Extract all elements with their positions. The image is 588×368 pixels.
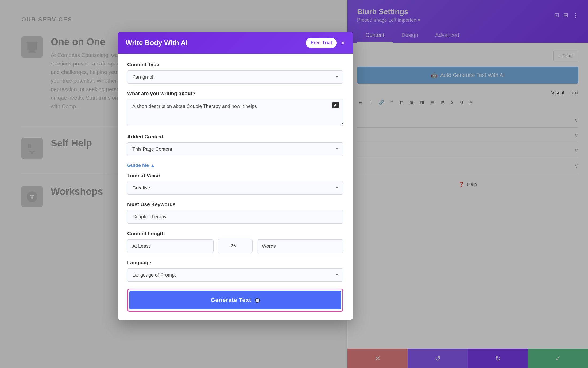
generate-text-label: Generate Text	[211, 297, 251, 303]
keywords-group: Must Use Keywords	[127, 202, 343, 224]
content-type-group: Content Type Paragraph Bullet Points Num…	[127, 62, 343, 84]
added-context-select[interactable]: This Page Content None Custom	[127, 142, 343, 156]
ai-modal: Write Body With AI Free Trial × Content …	[118, 32, 353, 320]
added-context-group: Added Context This Page Content None Cus…	[127, 134, 343, 156]
keywords-input[interactable]	[127, 210, 343, 224]
language-select[interactable]: Language of Prompt English Spanish Frenc…	[127, 268, 343, 282]
ai-modal-close-button[interactable]: ×	[341, 39, 345, 47]
ai-modal-title: Write Body With AI	[126, 39, 188, 47]
tone-of-voice-select[interactable]: Creative Professional Casual Formal	[127, 181, 343, 195]
content-length-unit-select[interactable]: Words Sentences Paragraphs	[257, 239, 343, 253]
writing-about-label: What are you writing about?	[127, 91, 343, 96]
ai-modal-header-right: Free Trial ×	[306, 38, 345, 48]
generate-btn-wrapper: Generate Text	[127, 289, 343, 312]
content-length-group: Content Length At Least Exactly No More …	[127, 231, 343, 253]
tone-of-voice-label: Tone of Voice	[127, 173, 343, 179]
writing-about-textarea[interactable]: A short description about Couple Therapy…	[127, 99, 343, 126]
ai-badge: AI	[332, 102, 339, 108]
content-type-label: Content Type	[127, 62, 343, 68]
ai-modal-body: Content Type Paragraph Bullet Points Num…	[118, 54, 353, 320]
writing-about-group: What are you writing about? A short desc…	[127, 91, 343, 127]
language-group: Language Language of Prompt English Span…	[127, 260, 343, 282]
writing-about-wrapper: A short description about Couple Therapy…	[127, 99, 343, 127]
content-length-min-select[interactable]: At Least Exactly No More Than	[127, 239, 214, 253]
free-trial-badge[interactable]: Free Trial	[306, 38, 337, 48]
content-type-select[interactable]: Paragraph Bullet Points Numbered List	[127, 70, 343, 84]
added-context-label: Added Context	[127, 134, 343, 140]
content-length-label: Content Length	[127, 231, 343, 237]
keywords-label: Must Use Keywords	[127, 202, 343, 207]
guide-me-link[interactable]: Guide Me ▲	[127, 163, 155, 168]
cursor-indicator	[255, 298, 260, 303]
ai-modal-header: Write Body With AI Free Trial ×	[118, 32, 353, 54]
content-length-number-input[interactable]	[218, 239, 253, 253]
content-length-row: At Least Exactly No More Than Words Sent…	[127, 239, 343, 253]
language-label: Language	[127, 260, 343, 266]
tone-of-voice-group: Tone of Voice Creative Professional Casu…	[127, 173, 343, 195]
generate-text-button[interactable]: Generate Text	[129, 291, 341, 309]
